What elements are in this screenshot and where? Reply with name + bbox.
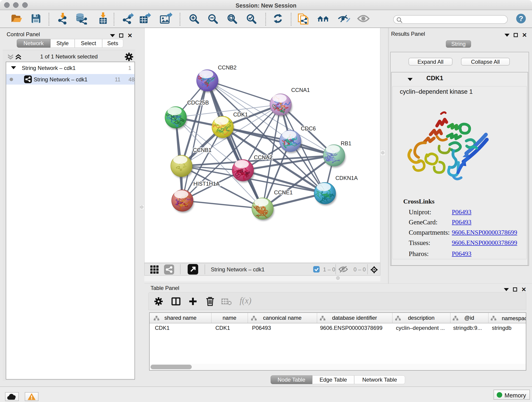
svg-text:CCNA1: CCNA1 (291, 87, 310, 93)
svg-text:CCNE1: CCNE1 (274, 189, 293, 196)
svg-text:CCNB1: CCNB1 (193, 147, 211, 153)
svg-text:CDK1: CDK1 (233, 111, 248, 118)
svg-text:CDKN1A: CDKN1A (336, 175, 358, 181)
svg-text:CDC25B: CDC25B (187, 99, 209, 106)
svg-text:?: ? (519, 14, 523, 23)
svg-text:CCNB2: CCNB2 (218, 64, 236, 70)
svg-text:CCNA2: CCNA2 (254, 154, 272, 160)
svg-text:RB1: RB1 (341, 140, 351, 147)
svg-text:HIST1H1A: HIST1H1A (193, 181, 220, 187)
svg-text:CDC6: CDC6 (301, 125, 316, 132)
